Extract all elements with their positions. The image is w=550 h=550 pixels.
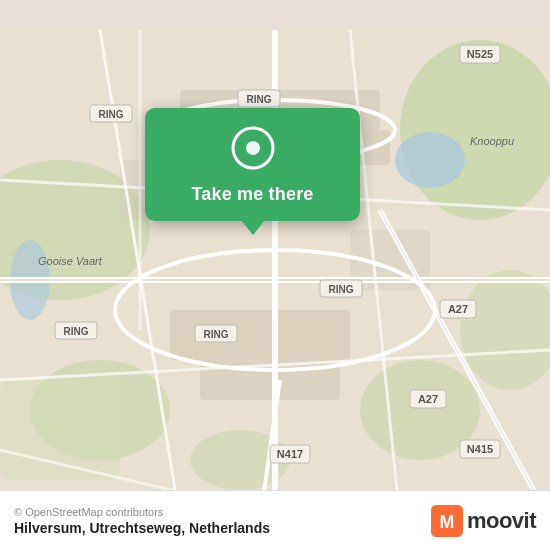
- location-title: Hilversum, Utrechtseweg, Netherlands: [14, 520, 270, 536]
- svg-text:RING: RING: [64, 326, 89, 337]
- svg-text:Knooppu: Knooppu: [470, 135, 514, 147]
- svg-text:A27: A27: [418, 393, 438, 405]
- bottom-bar: © OpenStreetMap contributors Hilversum, …: [0, 490, 550, 550]
- svg-text:RING: RING: [204, 329, 229, 340]
- bottom-left-info: © OpenStreetMap contributors Hilversum, …: [14, 506, 270, 536]
- svg-point-8: [395, 132, 465, 188]
- moovit-logo-icon: M: [431, 505, 463, 537]
- svg-text:N415: N415: [467, 443, 493, 455]
- map-container: RING RING RING RING RING A27 A27 N415 N4…: [0, 0, 550, 550]
- svg-text:RING: RING: [247, 94, 272, 105]
- moovit-logo: M moovit: [431, 505, 536, 537]
- svg-text:RING: RING: [329, 284, 354, 295]
- svg-point-53: [246, 141, 260, 155]
- svg-text:Gooise Vaart: Gooise Vaart: [38, 255, 103, 267]
- map-background: RING RING RING RING RING A27 A27 N415 N4…: [0, 0, 550, 550]
- svg-text:N525: N525: [467, 48, 493, 60]
- location-pin-icon: [229, 126, 277, 174]
- take-me-there-button[interactable]: Take me there: [191, 184, 313, 205]
- copyright-text: © OpenStreetMap contributors: [14, 506, 270, 518]
- moovit-logo-text: moovit: [467, 508, 536, 534]
- svg-text:M: M: [439, 512, 454, 532]
- svg-text:A27: A27: [448, 303, 468, 315]
- popup-card: Take me there: [145, 108, 360, 221]
- svg-text:RING: RING: [99, 109, 124, 120]
- svg-text:N417: N417: [277, 448, 303, 460]
